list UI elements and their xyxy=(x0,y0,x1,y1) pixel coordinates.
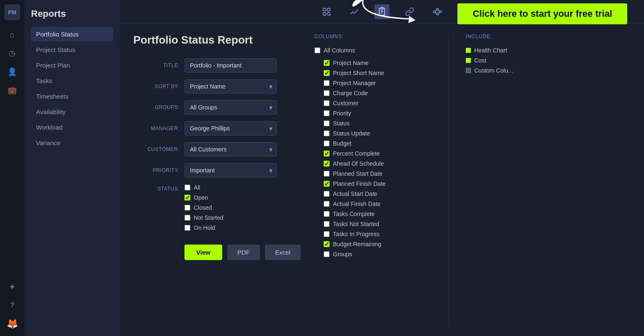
col-actual-finish-date[interactable]: Actual Finish Date xyxy=(314,199,432,209)
customer-label: CUSTOMER: xyxy=(133,146,179,152)
cta-banner[interactable]: Click here to start your free trial xyxy=(457,3,627,24)
sort-by-select-wrapper: Project Name Priority Status Manager xyxy=(184,79,277,94)
col-budget-remaining[interactable]: Budget Remaining xyxy=(314,239,432,249)
users-icon[interactable]: 👤 xyxy=(4,64,20,80)
status-closed-item[interactable]: Closed xyxy=(184,204,223,211)
col-project-short-name-checkbox[interactable] xyxy=(324,70,330,76)
col-tasks-not-started[interactable]: Tasks Not Started xyxy=(314,219,432,229)
customer-row: CUSTOMER: All Customers Customer A Custo… xyxy=(133,142,301,156)
status-on-hold-item[interactable]: On Hold xyxy=(184,224,223,231)
status-on-hold-checkbox[interactable] xyxy=(184,225,190,231)
col-charge-code[interactable]: Charge Code xyxy=(314,88,432,98)
sidebar-item-timesheets[interactable]: Timesheets xyxy=(31,89,113,104)
clock-icon[interactable]: ◷ xyxy=(4,45,20,61)
tree-tool-icon[interactable] xyxy=(430,4,445,19)
col-planned-start-date-checkbox[interactable] xyxy=(324,171,330,177)
col-project-manager[interactable]: Project Manager xyxy=(314,78,432,88)
sidebar-item-workload[interactable]: Workload xyxy=(31,120,113,135)
col-project-name[interactable]: Project Name xyxy=(314,58,432,68)
sidebar-item-portfolio-status[interactable]: Portfolio Status xyxy=(31,27,113,42)
col-actual-start-date-checkbox[interactable] xyxy=(324,191,330,197)
col-customer-checkbox[interactable] xyxy=(324,100,330,106)
col-groups-checkbox[interactable] xyxy=(324,251,330,257)
add-icon[interactable]: + xyxy=(4,279,20,295)
columns-list: All Columns Project Name Project Short N… xyxy=(314,45,432,280)
col-charge-code-checkbox[interactable] xyxy=(324,90,330,96)
status-all-checkbox[interactable] xyxy=(184,185,190,190)
columns-section-label: COLUMNS: xyxy=(314,34,432,39)
col-project-manager-checkbox[interactable] xyxy=(324,80,330,86)
status-closed-checkbox[interactable] xyxy=(184,205,190,211)
col-planned-finish-date[interactable]: Planned Finish Date xyxy=(314,179,432,189)
col-percent-complete[interactable]: Percent Complete xyxy=(314,148,432,159)
avatar-icon[interactable]: 🦊 xyxy=(4,316,20,332)
status-open-checkbox[interactable] xyxy=(184,195,190,201)
svg-rect-9 xyxy=(434,11,436,13)
reports-title: Reports xyxy=(31,8,113,19)
sidebar-item-tasks[interactable]: Tasks xyxy=(31,73,113,88)
col-actual-start-date[interactable]: Actual Start Date xyxy=(314,189,432,199)
col-status-checkbox[interactable] xyxy=(324,120,330,126)
col-percent-complete-checkbox[interactable] xyxy=(324,151,330,156)
col-status[interactable]: Status xyxy=(314,118,432,128)
sort-by-select[interactable]: Project Name Priority Status Manager xyxy=(184,79,277,94)
svg-rect-1 xyxy=(327,8,330,10)
col-all-columns-checkbox[interactable] xyxy=(314,47,320,53)
col-budget[interactable]: Budget xyxy=(314,138,432,148)
status-not-started-checkbox[interactable] xyxy=(184,215,190,221)
col-tasks-in-progress[interactable]: Tasks In Progress xyxy=(314,229,432,239)
col-actual-finish-date-checkbox[interactable] xyxy=(324,201,330,207)
status-open-item[interactable]: Open xyxy=(184,194,223,201)
col-tasks-complete[interactable]: Tasks Complete xyxy=(314,209,432,219)
col-customer[interactable]: Customer xyxy=(314,98,432,108)
col-budget-checkbox[interactable] xyxy=(324,141,330,146)
col-status-update-checkbox[interactable] xyxy=(324,130,330,136)
col-all-columns[interactable]: All Columns xyxy=(314,45,432,55)
title-input[interactable] xyxy=(184,58,277,73)
pdf-button[interactable]: PDF xyxy=(227,245,260,260)
priority-select[interactable]: Important Critical Normal Low xyxy=(184,163,277,177)
col-project-short-name[interactable]: Project Short Name xyxy=(314,68,432,78)
include-cost[interactable]: Cost xyxy=(466,55,550,65)
sort-by-label: SORT BY: xyxy=(133,83,179,89)
sort-by-row: SORT BY: Project Name Priority Status Ma… xyxy=(133,79,301,94)
col-ahead-of-schedule-checkbox[interactable] xyxy=(324,161,330,167)
col-status-update[interactable]: Status Update xyxy=(314,128,432,138)
col-project-name-checkbox[interactable] xyxy=(324,60,330,66)
status-section: STATUS: All Open Closed Not Started xyxy=(133,184,301,231)
home-icon[interactable]: ⌂ xyxy=(4,27,20,43)
excel-button[interactable]: Excel xyxy=(265,245,301,260)
col-groups[interactable]: Groups xyxy=(314,249,432,259)
status-not-started-item[interactable]: Not Started xyxy=(184,214,223,221)
groups-select[interactable]: All Groups Group A Group B xyxy=(184,100,277,115)
col-budget-remaining-checkbox[interactable] xyxy=(324,241,330,247)
manager-select-wrapper: George Phillips All Managers Jane Smith xyxy=(184,121,277,135)
svg-line-4 xyxy=(330,15,330,16)
col-priority-checkbox[interactable] xyxy=(324,110,330,116)
search-tool-icon[interactable] xyxy=(319,4,334,19)
sidebar-item-availability[interactable]: Availability xyxy=(31,104,113,119)
help-icon[interactable]: ? xyxy=(4,297,20,313)
col-tasks-complete-checkbox[interactable] xyxy=(324,211,330,217)
include-custom-colu[interactable]: Custom Colu... xyxy=(466,65,550,76)
svg-point-3 xyxy=(327,12,330,15)
sidebar-item-project-plan[interactable]: Project Plan xyxy=(31,58,113,73)
col-tasks-in-progress-checkbox[interactable] xyxy=(324,231,330,237)
col-ahead-of-schedule[interactable]: Ahead Of Schedule xyxy=(314,159,432,169)
view-button[interactable]: View xyxy=(184,245,222,260)
sidebar-item-variance[interactable]: Variance xyxy=(31,135,113,150)
status-all-item[interactable]: All xyxy=(184,184,223,191)
customer-select[interactable]: All Customers Customer A Customer B xyxy=(184,142,277,156)
include-panel: INCLUDE: Health Chart Cost Custom Colu..… xyxy=(466,34,550,326)
app-logo[interactable]: PM xyxy=(4,4,20,20)
health-chart-checked-indicator xyxy=(466,48,471,53)
col-planned-start-date[interactable]: Planned Start Date xyxy=(314,169,432,179)
briefcase-icon[interactable]: 💼 xyxy=(4,82,20,98)
col-priority[interactable]: Priority xyxy=(314,108,432,118)
include-health-chart[interactable]: Health Chart xyxy=(466,45,550,55)
manager-select[interactable]: George Phillips All Managers Jane Smith xyxy=(184,121,277,135)
svg-rect-2 xyxy=(323,12,326,15)
col-tasks-not-started-checkbox[interactable] xyxy=(324,221,330,227)
sidebar-item-project-status[interactable]: Project Status xyxy=(31,42,113,57)
col-planned-finish-date-checkbox[interactable] xyxy=(324,181,330,187)
